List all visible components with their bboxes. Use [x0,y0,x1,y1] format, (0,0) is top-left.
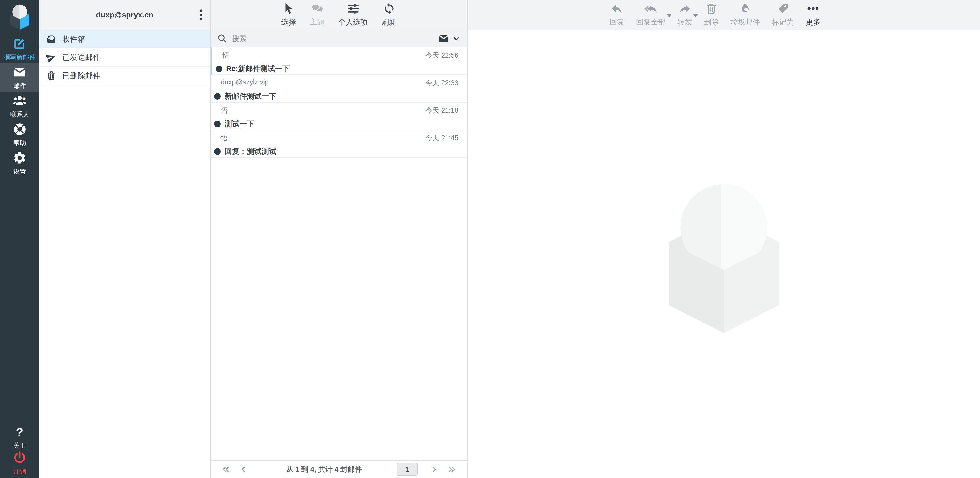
message-list-column: 选择 主题 个人选项 刷新 [210,0,468,478]
tag-icon [776,2,789,15]
first-page-button[interactable] [218,464,234,475]
message-sender: 悟 [222,51,229,60]
refresh-button[interactable]: 刷新 [382,2,396,27]
kebab-icon [199,9,204,21]
message-row-3[interactable]: 悟今天 21:18 测试一下 [210,103,467,130]
unread-indicator [214,121,221,127]
folder-actions-menu-button[interactable] [196,7,206,22]
next-page-button[interactable] [426,464,442,475]
sidebar-item-mail[interactable]: 邮件 [0,63,39,92]
reply-all-button[interactable]: 回复全部 [636,2,666,27]
folder-label: 收件箱 [62,34,85,44]
forward-button[interactable]: 转发 [677,2,692,27]
chevron-left-icon [239,465,248,474]
pagination-bar: 从 1 到 4, 共计 4 封邮件 [210,460,467,478]
search-input[interactable] [231,34,434,43]
account-name: duxp@spryx.cn [96,11,153,19]
unread-indicator [214,148,221,155]
sliders-icon [347,2,360,15]
folder-item-sent[interactable]: 已发送邮件 [39,48,210,67]
select-button[interactable]: 选择 [281,2,296,27]
trash-icon [46,70,57,81]
message-count-summary: 从 1 到 4, 共计 4 封邮件 [254,464,394,474]
sidebar-item-label: 设置 [13,167,26,176]
last-page-button[interactable] [444,464,460,475]
message-toolbar: 回复 回复全部 转发 删除 [468,0,980,30]
folder-list-header: duxp@spryx.cn [39,0,210,30]
more-button[interactable]: 更多 [806,2,821,27]
page-number-input[interactable] [396,463,417,476]
app-sidebar: 撰写新邮件 邮件 联系人 帮助 [0,0,39,478]
sidebar-item-label: 帮助 [13,139,26,147]
forward-dropdown-caret[interactable] [693,14,698,17]
search-icon [217,33,228,44]
sidebar-item-label: 注销 [13,467,26,476]
compose-icon [13,37,27,51]
search-bar[interactable] [210,30,467,48]
sidebar-nav: 撰写新邮件 邮件 联系人 帮助 [0,32,39,178]
chat-bubbles-icon [311,2,324,15]
message-subject: 回复：测试测试 [224,146,277,157]
message-sender: 悟 [221,133,228,143]
sidebar-item-help[interactable]: 帮助 [0,121,39,149]
sent-icon [46,52,57,63]
double-chevron-right-icon [447,465,456,474]
sidebar-item-about[interactable]: ? 关于 [0,425,39,451]
webmail-app: 撰写新邮件 邮件 联系人 帮助 [0,0,980,478]
message-date: 今天 21:18 [425,106,458,115]
reply-all-icon [644,2,657,15]
sidebar-item-label: 联系人 [10,110,29,119]
reply-button[interactable]: 回复 [609,2,624,27]
message-row-2[interactable]: duxp@szylz.vip今天 22:33 新邮件测试一下 [210,75,467,103]
empty-content-area [468,30,980,478]
list-options-button[interactable]: 个人选项 [339,2,368,27]
mark-as-button[interactable]: 标记为 [772,2,794,27]
sidebar-item-logout[interactable]: 注销 [0,451,39,476]
help-icon [13,122,27,137]
chevron-right-icon [429,465,438,474]
question-icon: ? [16,426,23,439]
message-list-toolbar: 选择 主题 个人选项 刷新 [210,0,467,30]
message-content-column: 回复 回复全部 转发 删除 [468,0,980,478]
roundcube-watermark [645,172,803,336]
folder-list: 收件箱 已发送邮件 已删除邮件 [39,30,210,85]
sidebar-item-label: 撰写新邮件 [4,53,36,62]
folder-item-inbox[interactable]: 收件箱 [39,30,210,48]
message-subject: 测试一下 [224,119,254,129]
message-list: 悟今天 22:56 Re:新邮件测试一下 duxp@szylz.vip今天 22… [210,48,467,460]
prev-page-button[interactable] [236,464,251,475]
folder-item-trash[interactable]: 已删除邮件 [39,67,210,85]
forward-icon [678,2,691,15]
search-scope-button[interactable] [438,33,460,44]
folder-column: duxp@spryx.cn 收件箱 已发送邮件 [39,0,210,478]
threads-button[interactable]: 主题 [310,2,325,27]
contacts-icon [13,94,27,108]
mail-icon [13,65,27,79]
sidebar-item-settings[interactable]: 设置 [0,149,39,178]
sidebar-item-label: 邮件 [13,82,26,90]
cursor-select-icon [282,2,295,15]
message-row-1[interactable]: 悟今天 22:56 Re:新邮件测试一下 [210,48,467,75]
double-chevron-left-icon [221,465,231,474]
chevron-down-icon [452,35,460,43]
message-row-4[interactable]: 悟今天 21:45 回复：测试测试 [210,130,467,158]
reply-all-dropdown-caret[interactable] [667,14,672,17]
sidebar-footer: ? 关于 注销 [0,425,39,478]
message-sender: 悟 [221,106,228,115]
settings-gear-icon [13,151,27,165]
message-date: 今天 22:56 [425,51,458,60]
ellipsis-icon [807,2,819,15]
refresh-icon [383,2,396,15]
trash-icon [705,2,718,15]
delete-button[interactable]: 删除 [704,2,719,27]
sidebar-item-compose[interactable]: 撰写新邮件 [0,35,39,63]
folder-label: 已发送邮件 [62,52,100,63]
power-icon [13,451,27,465]
sidebar-item-contacts[interactable]: 联系人 [0,92,39,121]
junk-button[interactable]: 垃圾邮件 [730,2,760,27]
roundcube-logo [0,0,39,32]
message-subject: Re:新邮件测试一下 [226,64,290,74]
inbox-icon [46,34,57,44]
unread-indicator [216,65,222,72]
message-date: 今天 22:33 [425,78,458,87]
